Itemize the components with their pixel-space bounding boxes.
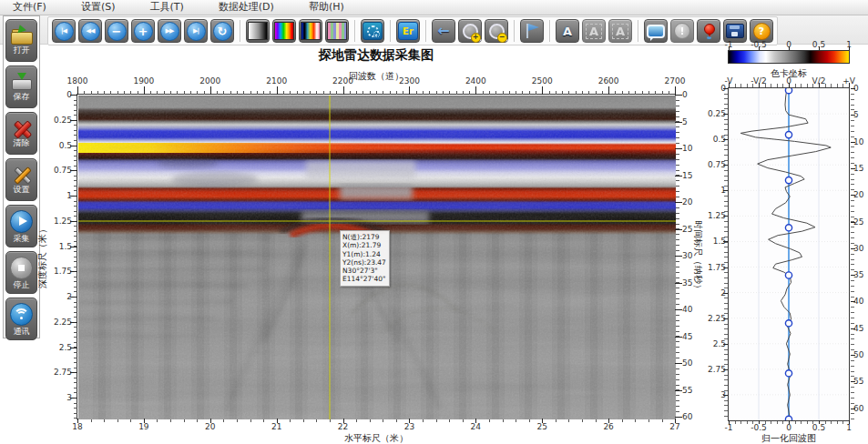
text-annotation-button[interactable]: A [556, 19, 579, 43]
location-pin-button[interactable] [697, 19, 720, 43]
tick-mark [723, 395, 728, 396]
tick-mark [409, 86, 410, 95]
left-axis-tick: 2.25 [48, 318, 72, 327]
wave-bottom-tick: 1 [846, 423, 852, 432]
open-button[interactable]: 打开 [5, 19, 37, 62]
sidebar-button-label: 设置 [14, 185, 30, 194]
tick-mark [675, 122, 682, 123]
menu-item-1[interactable]: 文件(F) [0, 0, 59, 15]
sample-marker [785, 177, 791, 184]
clear-button[interactable]: 清除 [5, 112, 37, 155]
zoom-in-icon: + [463, 24, 478, 39]
text-annotation-3-icon: A [612, 24, 628, 39]
palette-thermal-icon [301, 22, 321, 40]
refresh-icon: ↻ [213, 22, 232, 41]
toolbar-separator [549, 20, 550, 42]
menu-item-5[interactable]: 帮助(H) [296, 0, 357, 15]
tick-mark [789, 46, 790, 50]
stop-button[interactable]: 停止 [5, 251, 37, 294]
tick-mark [675, 176, 682, 177]
left-axis-tick: 2.5 [48, 343, 72, 352]
tick-mark [210, 419, 211, 423]
zoom-out-icon: − [489, 24, 505, 39]
sidebar-button-label: 通讯 [14, 327, 30, 336]
text-annotation-2-icon: A [586, 24, 602, 39]
help-icon: ? [753, 23, 771, 40]
zoom-in-button[interactable]: + [458, 19, 482, 43]
tick-mark [70, 247, 77, 247]
flag-marker-button[interactable] [520, 19, 544, 43]
tick-mark [723, 165, 728, 166]
comm-button[interactable]: 通讯 [5, 298, 37, 340]
menu-item-4[interactable]: 数据处理(D) [206, 0, 287, 15]
left-axis-tick: 1 [48, 191, 72, 200]
zoom-out-button[interactable]: − [485, 19, 508, 43]
tooltip-line: N30°27'3" [342, 267, 387, 275]
save-icon [12, 73, 32, 91]
tick-mark [723, 344, 728, 345]
decrease-icon: − [107, 22, 127, 41]
eraser-button[interactable]: Er [396, 19, 420, 43]
location-pin-icon [703, 24, 714, 39]
eraser-icon: Er [398, 22, 418, 40]
increase-icon: + [134, 22, 153, 41]
toolbar-separator [354, 20, 355, 42]
undo-arrow-icon: ← [437, 24, 449, 38]
decrease-button[interactable]: − [105, 19, 128, 43]
left-axis-tick: 0.25 [48, 116, 72, 125]
alert-icon: ! [674, 23, 690, 39]
acquire-button[interactable]: 采集 [5, 205, 37, 247]
settings-button[interactable]: 设置 [5, 158, 37, 201]
message-button[interactable] [644, 19, 668, 43]
top-axis-minor-ticks [77, 91, 675, 95]
menu-item-2[interactable]: 设置(S) [68, 0, 128, 15]
tick-mark [675, 202, 682, 203]
top-axis-tick: 1800 [67, 76, 88, 86]
text-annotation-icon: A [560, 25, 575, 38]
tick-mark [851, 355, 855, 356]
skip-back-button[interactable]: |◀ [52, 19, 76, 43]
increase-button[interactable]: + [131, 19, 155, 43]
save-button[interactable]: 保存 [5, 66, 37, 108]
tick-mark [851, 248, 855, 249]
fast-forward-button[interactable]: ▶▶ [158, 19, 181, 43]
undo-arrow-button[interactable]: ← [432, 19, 455, 43]
skip-forward-button[interactable]: ▶| [184, 19, 208, 43]
palette-pastel-button[interactable] [325, 19, 349, 43]
tick-mark [789, 420, 790, 424]
tick-mark [144, 86, 145, 95]
tick-mark [144, 419, 145, 423]
bottom-axis-label: 水平标尺（米） [77, 432, 675, 444]
right-axis-tick: 50 [682, 358, 692, 368]
sample-marker [785, 88, 791, 94]
bottom-axis-tick: 18 [72, 422, 82, 431]
tick-mark [851, 168, 855, 169]
wave-bottom-tick: 0.5 [812, 423, 825, 432]
top-axis-tick: 2300 [399, 76, 420, 86]
tick-mark [277, 86, 278, 95]
right-axis-tick: 45 [682, 332, 692, 341]
left-axis-tick: 2 [48, 292, 72, 301]
refresh-button[interactable]: ↻ [210, 19, 234, 43]
bottom-axis-tick: 23 [404, 422, 414, 431]
tick-mark [723, 369, 728, 370]
palette-grayscale-button[interactable] [246, 19, 270, 43]
wave-bottom-tick: -1 [725, 423, 733, 432]
palette-rainbow-button[interactable] [272, 19, 296, 43]
palette-thermal-button[interactable] [299, 19, 322, 43]
toolbar-strip: |◀◀◀−+▶▶▶|↻Er←+−AAA!? [0, 15, 868, 45]
bottom-axis-tick: 25 [536, 422, 546, 431]
toolbar-separator [390, 20, 391, 42]
processing-settings-button[interactable] [361, 19, 384, 43]
menu-item-3[interactable]: 工具(T) [138, 0, 197, 15]
tick-mark [723, 241, 728, 242]
toolbar-separator [514, 20, 515, 42]
sample-marker [785, 132, 791, 138]
tick-mark [729, 46, 730, 50]
alert-button: ! [670, 19, 694, 43]
tick-mark [70, 120, 77, 121]
rewind-button[interactable]: ◀◀ [78, 19, 102, 43]
toolbar-separator [638, 20, 638, 42]
normalized-echo-plot [729, 88, 849, 420]
sidebar-button-label: 停止 [14, 280, 30, 289]
